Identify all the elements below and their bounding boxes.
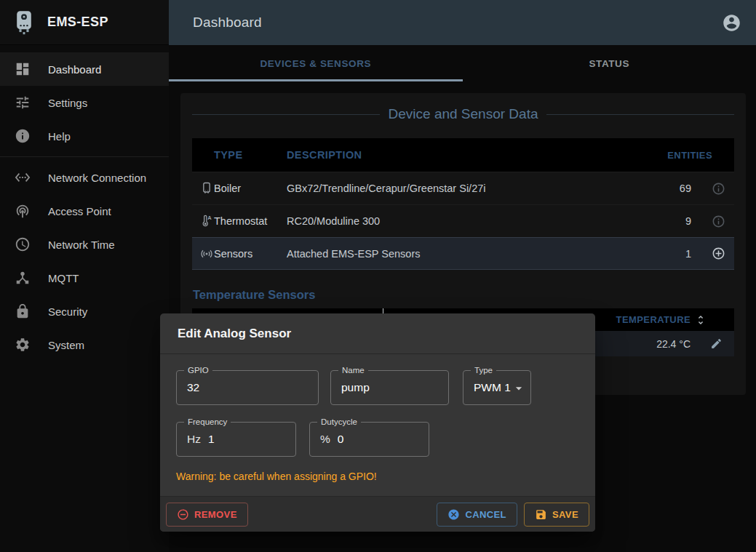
sidebar-item-help[interactable]: Help xyxy=(0,119,169,153)
sidebar-item-network-connection[interactable]: Network Connection xyxy=(0,161,169,194)
table-row-sensors[interactable]: Sensors Attached EMS-ESP Sensors 1 xyxy=(192,237,734,270)
temperature-sensors-title: Temperature Sensors xyxy=(193,288,315,302)
dutycycle-label: Dutycycle xyxy=(317,417,361,426)
name-value: pump xyxy=(331,381,370,394)
sidebar-item-label: Network Time xyxy=(48,239,115,251)
col-entities: ENTITIES xyxy=(637,150,734,161)
gpio-label: GPIO xyxy=(184,366,212,375)
gpio-field[interactable]: GPIO 32 xyxy=(176,370,319,405)
tab-label: STATUS xyxy=(589,58,629,69)
sidebar-item-mqtt[interactable]: MQTT xyxy=(0,261,169,295)
sidebar-item-label: System xyxy=(48,339,84,351)
tab-status[interactable]: STATUS xyxy=(463,45,756,81)
sidebar-item-label: Network Connection xyxy=(48,172,146,184)
temperature-header-label: TEMPERATURE xyxy=(616,314,691,325)
svg-text:A: A xyxy=(207,215,212,221)
remove-button[interactable]: REMOVE xyxy=(166,503,248,527)
frequency-field[interactable]: Frequency Hz 1 xyxy=(176,422,296,457)
device-description: RC20/Moduline 300 xyxy=(287,215,637,227)
type-label: Type xyxy=(471,366,496,375)
device-type: Thermostat xyxy=(214,215,287,227)
cancel-button-label: CANCEL xyxy=(465,509,506,520)
type-select[interactable]: Type PWM 1 xyxy=(463,370,531,405)
device-hub-icon xyxy=(15,270,31,286)
lock-icon xyxy=(15,303,31,319)
tune-icon xyxy=(15,95,31,111)
cancel-button[interactable]: CANCEL xyxy=(437,503,517,527)
section-title: Device and Sensor Data xyxy=(192,106,734,122)
ethernet-icon xyxy=(15,169,31,185)
col-type: TYPE xyxy=(214,149,287,161)
dialog-footer: REMOVE CANCEL SAVE xyxy=(160,496,595,532)
sidebar-item-system[interactable]: System xyxy=(0,328,169,361)
add-circle-icon[interactable] xyxy=(712,247,725,260)
frequency-label: Frequency xyxy=(184,417,231,426)
dashboard-icon xyxy=(15,61,31,77)
app-logo-row: EMS-ESP xyxy=(0,0,169,45)
device-description: GBx72/Trendline/Cerapur/Greenstar Si/27i xyxy=(287,183,637,194)
appbar: Dashboard xyxy=(169,0,756,45)
save-button-label: SAVE xyxy=(552,509,578,520)
sidebar-item-label: Settings xyxy=(48,97,87,109)
sidebar-item-dashboard[interactable]: Dashboard xyxy=(0,52,169,86)
dialog-actions: CANCEL SAVE xyxy=(437,503,589,527)
device-entities: 69 xyxy=(637,183,702,194)
tab-indicator xyxy=(169,79,463,81)
sensors-icon xyxy=(199,246,214,262)
info-icon xyxy=(15,128,31,144)
tab-devices-sensors[interactable]: DEVICES & SENSORS xyxy=(169,45,463,81)
col-description: DESCRIPTION xyxy=(287,149,637,161)
type-value: PWM 1 xyxy=(463,381,511,394)
info-outline-icon[interactable] xyxy=(712,215,725,228)
sidebar: EMS-ESP Dashboard Settings Help Network … xyxy=(0,0,169,552)
name-label: Name xyxy=(338,366,368,375)
boiler-icon xyxy=(199,180,214,196)
device-description: Attached EMS-ESP Sensors xyxy=(287,248,637,260)
clock-icon xyxy=(15,236,31,252)
sort-icon[interactable] xyxy=(695,314,707,326)
sidebar-item-label: Access Point xyxy=(48,205,111,217)
device-entities: 9 xyxy=(637,215,702,227)
info-outline-icon[interactable] xyxy=(712,182,725,196)
sidebar-item-settings[interactable]: Settings xyxy=(0,86,169,119)
sidebar-item-access-point[interactable]: Access Point xyxy=(0,194,169,228)
sidebar-item-label: MQTT xyxy=(48,272,79,284)
device-entities: 1 xyxy=(637,248,702,260)
dutycycle-value: 0 xyxy=(330,433,344,446)
sidebar-item-label: Dashboard xyxy=(48,63,101,76)
name-field[interactable]: Name pump xyxy=(330,370,449,405)
dialog-title: Edit Analog Sensor xyxy=(160,313,595,354)
save-button[interactable]: SAVE xyxy=(524,503,589,527)
section-title-text: Device and Sensor Data xyxy=(389,106,538,122)
gpio-warning-text: Warning: be careful when assigning a GPI… xyxy=(176,471,377,482)
save-icon xyxy=(535,508,547,521)
sidebar-item-label: Help xyxy=(48,130,71,143)
app-title: EMS-ESP xyxy=(47,15,108,30)
edit-analog-sensor-dialog: Edit Analog Sensor GPIO 32 Name pump Typ… xyxy=(160,313,595,532)
remove-button-label: REMOVE xyxy=(194,509,237,520)
sidebar-item-security[interactable]: Security xyxy=(0,295,169,328)
wifi-tethering-icon xyxy=(15,203,31,219)
remove-circle-icon xyxy=(177,508,189,521)
sidebar-item-network-time[interactable]: Network Time xyxy=(0,228,169,261)
gpio-value: 32 xyxy=(177,381,199,394)
cancel-circle-icon xyxy=(447,508,460,521)
device-table-header: TYPE DESCRIPTION ENTITIES xyxy=(192,138,734,172)
dutycycle-field[interactable]: Dutycycle % 0 xyxy=(309,422,429,457)
frequency-unit: Hz xyxy=(177,433,201,446)
device-type: Sensors xyxy=(214,248,287,260)
dutycycle-unit: % xyxy=(310,433,330,446)
table-row-boiler[interactable]: Boiler GBx72/Trendline/Cerapur/Greenstar… xyxy=(192,172,734,204)
thermostat-icon: A xyxy=(199,213,214,229)
screen: EMS-ESP Dashboard Settings Help Network … xyxy=(0,0,756,552)
table-row-thermostat[interactable]: A Thermostat RC20/Moduline 300 9 xyxy=(192,204,734,237)
chevron-down-icon xyxy=(512,381,526,396)
account-icon[interactable] xyxy=(722,13,741,33)
tab-bar: DEVICES & SENSORS STATUS xyxy=(169,45,756,81)
tab-label: DEVICES & SENSORS xyxy=(260,58,371,69)
edit-pencil-icon[interactable] xyxy=(710,337,723,350)
device-table: TYPE DESCRIPTION ENTITIES Boiler GBx72/T… xyxy=(192,138,734,270)
device-type: Boiler xyxy=(214,183,287,194)
sidebar-nav: Dashboard Settings Help Network Connecti… xyxy=(0,45,169,361)
sidebar-divider xyxy=(0,156,169,157)
